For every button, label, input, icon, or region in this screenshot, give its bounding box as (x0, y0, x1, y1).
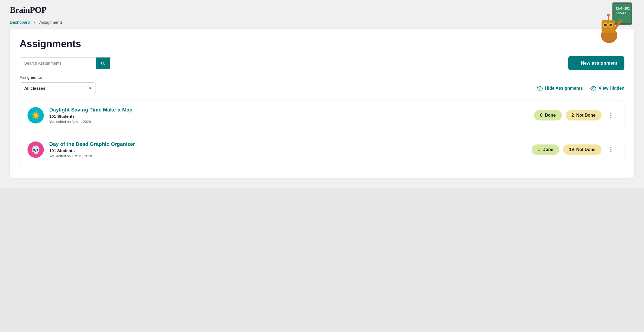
assignment-left: ☀️ Daylight Saving Time Make-a-Map 101 S… (27, 107, 133, 124)
assignment-card: ☀️ Daylight Saving Time Make-a-Map 101 S… (20, 101, 624, 130)
breadcrumb-current: Assignments (39, 20, 63, 25)
filter-actions-row: All classes ▼ Hide Assignments View Hi (20, 82, 624, 94)
class-filter-wrapper: All classes ▼ (20, 82, 96, 94)
main-content: Assignments + New assignment Assigned to… (0, 29, 644, 188)
search-actions-row: + New assignment (20, 56, 624, 70)
done-count: 0 (540, 113, 542, 117)
action-links: Hide Assignments View Hidden (537, 85, 624, 91)
svg-point-13 (593, 87, 594, 89)
not-done-badge: 2 Not Done (566, 110, 602, 120)
search-input[interactable] (20, 58, 96, 69)
done-badge: 1 Done (532, 144, 559, 155)
not-done-count: 2 (572, 113, 574, 117)
breadcrumb: Dashboard > Assignments (10, 20, 634, 25)
robot-mascot: 12÷5=2R2 5x2=10 (590, 0, 633, 44)
svg-point-9 (609, 24, 612, 26)
hide-assignments-button[interactable]: Hide Assignments (537, 85, 583, 91)
not-done-label: Not Done (576, 113, 596, 117)
assignments-list: ☀️ Daylight Saving Time Make-a-Map 101 S… (20, 101, 624, 164)
assignment-students: 101 Students (49, 148, 135, 153)
assignment-students: 101 Students (49, 114, 133, 119)
class-filter-select[interactable]: All classes (20, 82, 96, 94)
svg-text:5x2=10: 5x2=10 (615, 11, 626, 15)
not-done-count: 19 (569, 147, 574, 152)
done-count: 1 (538, 147, 540, 152)
done-label: Done (545, 113, 556, 117)
assignment-title[interactable]: Day of the Dead Graphic Organizer (49, 141, 135, 147)
breadcrumb-dashboard[interactable]: Dashboard (10, 20, 30, 25)
view-icon (590, 85, 596, 91)
assignment-card: 💀 Day of the Dead Graphic Organizer 101 … (20, 135, 624, 164)
assignment-title[interactable]: Daylight Saving Time Make-a-Map (49, 107, 133, 113)
assignment-edited: You edited on Oct 15, 2020 (49, 154, 135, 158)
hide-icon (537, 85, 543, 91)
not-done-badge: 19 Not Done (563, 144, 602, 155)
svg-point-7 (604, 24, 607, 26)
assignment-right: 0 Done 2 Not Done ⋮ (534, 110, 617, 120)
assignment-left: 💀 Day of the Dead Graphic Organizer 101 … (27, 141, 135, 158)
new-assignment-button[interactable]: + New assignment (568, 56, 624, 70)
search-box (20, 57, 112, 69)
assignment-icon: ☀️ (27, 107, 44, 123)
view-hidden-label: View Hidden (599, 86, 624, 91)
search-icon (100, 61, 105, 66)
breadcrumb-bar: Dashboard > Assignments (0, 20, 644, 29)
assignments-card: Assignments + New assignment Assigned to… (10, 29, 634, 178)
hide-assignments-label: Hide Assignments (545, 86, 583, 91)
search-button[interactable] (96, 58, 110, 69)
assignment-right: 1 Done 19 Not Done ⋮ (532, 144, 617, 155)
assignment-edited: You edited on Nov 1, 2020 (49, 120, 133, 124)
view-hidden-button[interactable]: View Hidden (590, 85, 624, 91)
brainpop-logo: BrainPOP (10, 5, 46, 15)
more-options-button[interactable]: ⋮ (605, 145, 617, 154)
assigned-to-label: Assigned to: (20, 75, 624, 80)
page-title: Assignments (20, 38, 624, 50)
assignment-icon: 💀 (27, 141, 44, 158)
not-done-label: Not Done (576, 147, 596, 152)
plus-icon: + (575, 60, 579, 66)
done-label: Done (542, 147, 553, 152)
header: BrainPOP 12÷5=2R2 5x2=10 (0, 0, 644, 20)
svg-point-11 (607, 14, 610, 16)
svg-text:12÷5=2R2: 12÷5=2R2 (615, 7, 630, 10)
done-badge: 0 Done (534, 110, 562, 120)
assignment-info: Daylight Saving Time Make-a-Map 101 Stud… (49, 107, 133, 124)
assignment-info: Day of the Dead Graphic Organizer 101 St… (49, 141, 135, 158)
more-options-button[interactable]: ⋮ (605, 111, 617, 120)
new-assignment-label: New assignment (581, 61, 617, 66)
breadcrumb-separator: > (33, 20, 35, 25)
